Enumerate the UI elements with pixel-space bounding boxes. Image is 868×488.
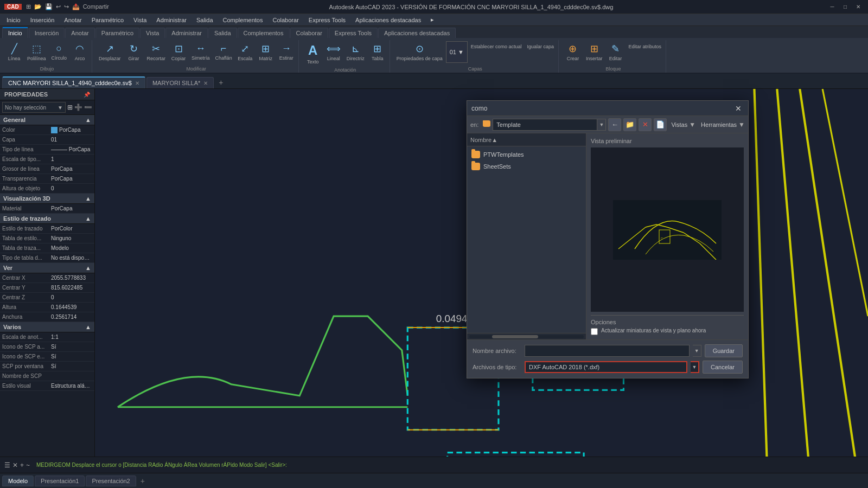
file-list-items: PTWTemplates SheetSets bbox=[467, 146, 586, 333]
options-label: Opciones bbox=[591, 319, 744, 325]
file-item-ptwtemplate[interactable]: PTWTemplates bbox=[467, 149, 586, 160]
dialog-location-box[interactable]: Template bbox=[493, 119, 597, 131]
dialog-title-label: como bbox=[471, 105, 733, 112]
cancel-btn[interactable]: Cancelar bbox=[703, 361, 743, 374]
filename-input[interactable] bbox=[525, 345, 690, 357]
dialog-views-dropdown-icon[interactable]: ▼ bbox=[689, 121, 695, 129]
dialog-delete-btn[interactable]: ✕ bbox=[639, 118, 652, 131]
dialog-up-folder-btn[interactable]: 📁 bbox=[623, 118, 636, 131]
dialog-tools-dropdown-icon[interactable]: ▼ bbox=[738, 121, 745, 129]
file-list-header: Nombre ▲ bbox=[467, 133, 586, 146]
file-list-scrollbar-area bbox=[467, 333, 586, 339]
footer-filename-label: Nombre archivo: bbox=[473, 348, 521, 354]
folder-icon-sheetsets bbox=[471, 163, 480, 170]
folder-icon-location bbox=[483, 120, 490, 129]
svg-text:⌐: ⌐ bbox=[661, 236, 663, 240]
footer-filename-row: Nombre archivo: ▼ Guardar bbox=[473, 344, 743, 357]
save-dialog: como ✕ en: Template ▼ ← 📁 ✕ 📄 Vistas bbox=[467, 100, 749, 378]
file-item-ptw-label: PTWTemplates bbox=[483, 151, 524, 158]
file-list-scrollbar[interactable] bbox=[469, 335, 584, 338]
dialog-body: Nombre ▲ PTWTemplates SheetSets bbox=[467, 133, 748, 339]
filename-dropdown[interactable]: ▼ bbox=[693, 345, 701, 357]
options-checkbox[interactable] bbox=[591, 328, 598, 335]
file-list-scrollbar-thumb[interactable] bbox=[492, 335, 538, 338]
dialog-titlebar: como ✕ bbox=[467, 101, 748, 116]
dialog-toolbar: en: Template ▼ ← 📁 ✕ 📄 Vistas ▼ Herrami bbox=[467, 116, 748, 133]
dialog-tools-container: Herramientas ▼ bbox=[701, 121, 745, 129]
footer-filetype-row: Archivos de tipo: ▼ Cancelar bbox=[473, 361, 743, 374]
preview-box: ⌐ bbox=[591, 147, 744, 312]
file-item-sheetsets-label: SheetSets bbox=[483, 163, 511, 170]
dialog-location-container: Template ▼ bbox=[483, 119, 606, 131]
filetype-dropdown[interactable]: ▼ bbox=[691, 361, 699, 373]
dialog-overlay: como ✕ en: Template ▼ ← 📁 ✕ 📄 Vistas bbox=[0, 0, 868, 488]
file-list-header-label: Nombre bbox=[470, 137, 492, 143]
dialog-location-value: Template bbox=[496, 121, 521, 128]
preview-svg: ⌐ bbox=[613, 200, 722, 260]
dialog-preview-panel: Vista preliminar bbox=[586, 133, 748, 339]
options-checkbox-label: Actualizar miniaturas de vista y plano a… bbox=[601, 328, 706, 333]
dialog-location-label: en: bbox=[470, 121, 478, 128]
dialog-tools-label[interactable]: Herramientas bbox=[701, 121, 737, 128]
save-btn[interactable]: Guardar bbox=[705, 344, 743, 357]
options-checkbox-row: Actualizar miniaturas de vista y plano a… bbox=[591, 328, 744, 335]
file-item-sheetsets[interactable]: SheetSets bbox=[467, 160, 586, 172]
dialog-close-btn[interactable]: ✕ bbox=[733, 104, 744, 113]
dialog-footer: Nombre archivo: ▼ Guardar Archivos de ti… bbox=[467, 339, 748, 378]
footer-filetype-label: Archivos de tipo: bbox=[473, 364, 521, 370]
folder-icon-ptw bbox=[471, 151, 480, 158]
dialog-new-folder-btn[interactable]: 📄 bbox=[654, 118, 667, 131]
options-section: Opciones Actualizar miniaturas de vista … bbox=[591, 315, 744, 335]
file-list-sort-icon[interactable]: ▲ bbox=[492, 137, 497, 143]
dialog-back-btn[interactable]: ← bbox=[608, 118, 621, 131]
dialog-file-list: Nombre ▲ PTWTemplates SheetSets bbox=[467, 133, 586, 339]
preview-label: Vista preliminar bbox=[591, 138, 744, 144]
dialog-location-dropdown[interactable]: ▼ bbox=[597, 119, 606, 131]
dialog-views-label[interactable]: Vistas bbox=[671, 121, 687, 128]
filetype-input[interactable] bbox=[525, 361, 687, 373]
dialog-views-container: Vistas ▼ bbox=[671, 121, 695, 129]
